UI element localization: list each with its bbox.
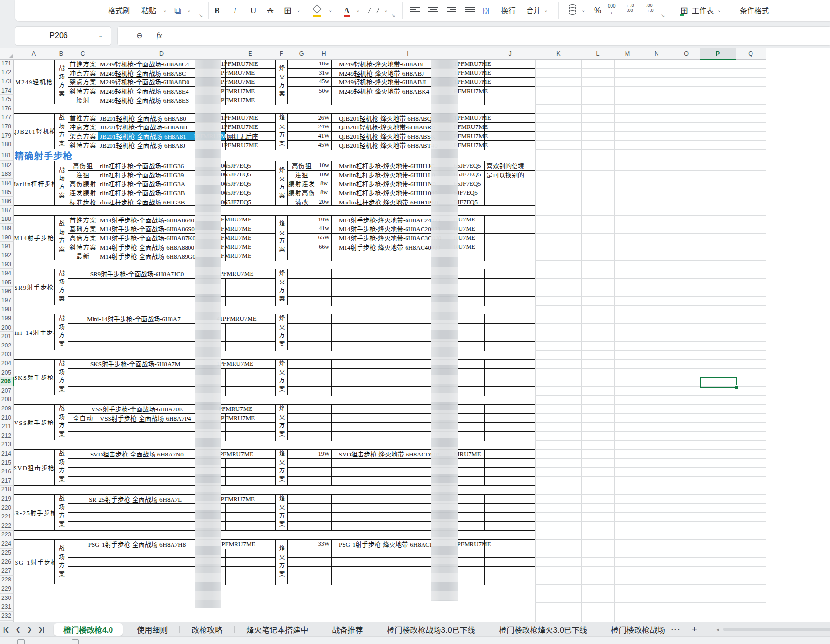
cell-C206[interactable] xyxy=(68,377,98,387)
cell-C175[interactable]: 腰射 xyxy=(68,95,98,105)
cell-E190[interactable] xyxy=(226,234,276,243)
cell-H188[interactable]: 19W xyxy=(316,216,332,225)
cell-H199[interactable] xyxy=(316,314,332,324)
cell-E189[interactable] xyxy=(226,224,276,234)
cell-C227[interactable] xyxy=(68,567,98,576)
row-header-224[interactable]: 224 xyxy=(0,539,14,549)
cell-I228[interactable] xyxy=(332,576,485,585)
increase-decimal-button[interactable]: .00 →.0 xyxy=(645,3,654,13)
row-header-183[interactable]: 183 xyxy=(0,170,14,179)
paste-chevron-icon[interactable]: ⌄ xyxy=(163,0,167,21)
cell-C207[interactable] xyxy=(68,387,98,396)
cell-G186[interactable]: 满改 xyxy=(288,197,316,206)
cell-E211[interactable] xyxy=(226,423,276,432)
cell-H177[interactable]: 26W xyxy=(316,114,332,123)
cell-H185[interactable]: 8w xyxy=(316,188,332,198)
sheet-tab-2[interactable]: 改枪攻略 xyxy=(180,623,234,636)
cell-fenghuo-plan-label[interactable]: 烽火方案 xyxy=(276,114,288,149)
cell-J177[interactable] xyxy=(485,114,535,123)
cell-H184[interactable]: 8w xyxy=(316,179,332,188)
row-header-190[interactable]: 190 xyxy=(0,233,14,242)
row-header-219[interactable]: 219 xyxy=(0,494,14,503)
cell-I192[interactable] xyxy=(332,251,485,261)
cell-J191[interactable] xyxy=(485,242,535,251)
cell-CDE214[interactable]: SVD狙击步枪-全面战场-6H8A7N0PFMRU7ME xyxy=(68,450,276,459)
cell-G225[interactable] xyxy=(288,549,316,558)
cell-J188[interactable] xyxy=(485,216,535,225)
cell-J201[interactable] xyxy=(485,332,535,342)
cell-I219[interactable] xyxy=(332,495,485,504)
cell-I206[interactable] xyxy=(332,377,485,387)
cell-G183[interactable]: 连狙 xyxy=(288,171,316,180)
cell-G179[interactable] xyxy=(288,132,316,141)
row-header-177[interactable]: 177 xyxy=(0,113,14,123)
column-header-B[interactable]: B xyxy=(54,48,68,60)
cell-I172[interactable]: M249轻机枪-烽火地带-6H8ABJ1PFMRU7ME xyxy=(332,69,485,78)
cell-C202[interactable] xyxy=(68,342,98,351)
cell-C186[interactable]: 标准步枪 xyxy=(68,197,98,206)
cell-weapon-name[interactable]: M14射手步枪 xyxy=(14,216,55,260)
sheet-nav-prev-icon[interactable]: ❮ xyxy=(16,626,20,633)
cell-J195[interactable] xyxy=(485,279,535,288)
column-header-K[interactable]: K xyxy=(535,48,582,60)
cell-I224[interactable]: PSG-1射手步枪-烽火地带-6H8ACI1PFMRU7ME xyxy=(332,540,485,549)
cell-I175[interactable] xyxy=(332,95,485,105)
cell-G195[interactable] xyxy=(288,279,316,288)
status-icon-stub[interactable] xyxy=(17,639,25,644)
column-header-P[interactable]: P xyxy=(700,48,736,60)
row-header-218[interactable]: 218 xyxy=(0,486,14,495)
column-header-J[interactable]: J xyxy=(485,48,536,60)
row-header-185[interactable]: 185 xyxy=(0,188,14,197)
cell-E183[interactable] xyxy=(226,171,276,180)
cell-I217[interactable] xyxy=(332,477,485,486)
cell-I182[interactable]: Marlin杠杆步枪-烽火地带-6HIH1JC65JF7EQ5 xyxy=(332,161,485,171)
cell-E188[interactable] xyxy=(226,216,276,225)
fill-handle[interactable] xyxy=(735,385,738,389)
cell-E215[interactable] xyxy=(226,459,276,468)
cell-G189[interactable] xyxy=(288,224,316,234)
row-header-202[interactable]: 202 xyxy=(0,341,14,350)
cell-weapon-name[interactable]: VSS射手步枪 xyxy=(14,405,55,440)
cell-E178[interactable] xyxy=(226,123,276,132)
cell-G174[interactable] xyxy=(288,87,316,96)
column-header-F[interactable]: F xyxy=(275,48,288,60)
cell-I171[interactable]: M249轻机枪-烽火地带-6H8ABI1PFMRU7ME xyxy=(332,60,485,69)
cell-CDE204[interactable]: SKS射手步枪-全面战场-6H8A7M1PFMRU7ME xyxy=(68,360,276,369)
fill-color-chevron-icon[interactable]: ⌄ xyxy=(329,0,332,21)
row-header-174[interactable]: 174 xyxy=(0,86,14,95)
cell-I211[interactable] xyxy=(332,423,485,432)
cell-G222[interactable] xyxy=(288,522,316,531)
cell-J173[interactable] xyxy=(485,78,535,87)
cell-G182[interactable]: 高伤狙 xyxy=(288,161,316,171)
sheet-tab-active[interactable]: 橙门楼改枪4.0 xyxy=(54,623,123,636)
comma-style-button[interactable]: 000, xyxy=(608,4,616,14)
cell-C174[interactable]: 斜特方案 xyxy=(68,87,98,96)
cell-CDE224[interactable]: PSG-1射手步枪-全面战场-6H8A7H8PFMRU7ME xyxy=(68,540,276,549)
sheet-tab-4[interactable]: 战备推荐 xyxy=(320,623,375,636)
cell-H190[interactable]: 65W xyxy=(316,234,332,243)
cell-G202[interactable] xyxy=(288,342,316,351)
cell-H210[interactable] xyxy=(316,414,332,423)
cell-E222[interactable] xyxy=(226,522,276,531)
cell-I225[interactable] xyxy=(332,549,485,558)
row-header-179[interactable]: 179 xyxy=(0,131,14,141)
cell-J182[interactable]: 喜欢别的倍境 xyxy=(485,161,535,171)
paste-button[interactable]: 粘贴 xyxy=(141,0,156,21)
cell-G175[interactable] xyxy=(288,95,316,105)
cell-C201[interactable] xyxy=(68,332,98,342)
row-header-213[interactable]: 213 xyxy=(0,440,14,450)
cell-C185[interactable]: 连发腰射 xyxy=(68,188,98,198)
cell-fenghuo-plan-label[interactable]: 烽火方案 xyxy=(276,269,288,304)
align-justify-icon[interactable] xyxy=(465,7,475,14)
percent-style-button[interactable]: % xyxy=(594,0,601,21)
cell-I190[interactable]: M14射手步枪-烽火地带-6H8AC3C020RU7ME xyxy=(332,234,485,243)
cell-C183[interactable]: 连狙 xyxy=(68,171,98,180)
cell-J227[interactable] xyxy=(485,567,535,576)
cell-G210[interactable] xyxy=(288,414,316,423)
worksheet-chevron-icon[interactable]: ⌄ xyxy=(717,0,721,21)
cell-G188[interactable] xyxy=(288,216,316,225)
cell-I214[interactable]: SVD狙击步枪-烽火地带-6H8ACDS02MRU7ME xyxy=(332,450,485,459)
cell-weapon-name[interactable]: Marlin杠杆步枪 xyxy=(14,161,55,205)
conditional-format-button[interactable]: 条件格式 xyxy=(740,0,769,21)
row-header-192[interactable]: 192 xyxy=(0,251,14,260)
